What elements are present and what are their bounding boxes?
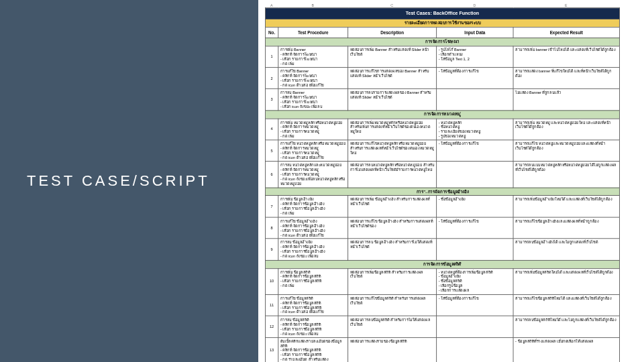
cell-desc: ทดสอบการเพิ่ม Banner สำหรับแสดงที่ Slide… — [348, 46, 437, 67]
cell-no: 2 — [265, 68, 278, 89]
cell-proc: การแก้ไข ข้อมูลสถิติ - คลิกที่ จัดการข้อ… — [278, 294, 348, 316]
cell-expect: สามารถลบข้อมูลสถิติใหม่ได้ และไม่ถูกแสดง… — [513, 316, 619, 337]
cell-input: - หมวดหมู่หลัก - ชื่อหมวดหมู่ - รายละเอี… — [437, 119, 513, 140]
col-A: A — [265, 4, 278, 7]
table-title: Test Cases: BackOffice Function — [265, 8, 619, 19]
cell-desc: ทดสอบการเพิ่มหมวดหมู่หลักหรือหมวดหมู่ย่อ… — [348, 119, 437, 140]
table-subtitle: รายละเอียดการทดสอบการใช้งานของระบบ — [265, 19, 619, 27]
cell-desc: ทดสอบการแสดงรายของข้อมูลสถิติ — [348, 337, 437, 362]
header-row: No. Test Procedure Description Input Dat… — [265, 27, 619, 38]
cell-input: - หมวดหมู่ที่ต้องการเพิ่มข้อมูลสถิติ - ข… — [437, 268, 513, 294]
col-C: C — [347, 4, 436, 7]
cell-desc: ทดสอบการแก้ไขข้อมูลสถิติ สำหรับการแสดงผล… — [348, 294, 437, 316]
cell-no: 12 — [265, 316, 278, 337]
table-row: 10 การเพิ่ม ข้อมูลสถิติ - คลิกที่ จัดการ… — [265, 268, 619, 294]
cell-no: 4 — [265, 119, 278, 140]
cell-input — [437, 162, 513, 188]
cell-proc: การแก้ไข ข้อมูลอ้างอิง - คลิกที่ จัดการข… — [278, 217, 348, 239]
cell-desc: ทดสอบการลบรายการแสดงผลของ Banner สำหรับแ… — [348, 89, 437, 111]
table-row: 6 การลบ หมวดหมู่หลักและหมวดหมู่ย่อย - คล… — [265, 162, 619, 188]
cell-no: 5 — [265, 140, 278, 162]
section-label: การจัดการข้อมูลสถิติ — [265, 260, 619, 268]
cell-proc: การลบ หมวดหมู่หลักและหมวดหมู่ย่อย - คลิก… — [278, 162, 348, 188]
section-statistics: การจัดการข้อมูลสถิติ — [265, 260, 619, 268]
right-panel: A B C D E Test Cases: BackOffice Functio… — [258, 0, 644, 362]
cell-expect: สามารถเพิ่ม banner เข้าไปใหม่ได้ และแสดง… — [513, 46, 619, 67]
section-label: การจัดการโฆษณา — [265, 38, 619, 46]
table-row: 4 การเพิ่ม หมวดหมู่หลักหรือหมวดหมู่ย่อย … — [265, 119, 619, 140]
col-D: D — [436, 4, 513, 7]
table-row: 2 การแก้ไข Banner - คลิกที่ จัดการโฆษณา … — [265, 68, 619, 89]
section-label: การ"..การจัดการข้อมูลอ้างอิง — [265, 188, 619, 196]
cell-proc: การเพิ่ม ข้อมูลอ้างอิง - คลิกที่ จัดการข… — [278, 196, 348, 217]
cell-expect: ไม่แสดง Banner ที่ถูกลบแล้ว — [513, 89, 619, 111]
cell-no: 6 — [265, 162, 278, 188]
cell-expect: สามารถแก้ไขข้อมูลสถิติใหม่ได้ และแสดงที่… — [513, 294, 619, 316]
cell-input — [437, 89, 513, 111]
cell-input — [437, 239, 513, 260]
cell-proc: การลบ Banner - คลิกที่ จัดการโฆษณา - เลื… — [278, 89, 348, 111]
cell-expect: สามารถลบข้อมูลอ้างอิงได้ และไม่ถูกแสดงที… — [513, 239, 619, 260]
cell-proc: การลบ ข้อมูลอ้างอิง - คลิกที่ จัดการข้อม… — [278, 239, 348, 260]
table-row: 5 การแก้ไข หมวดหมู่หลักหรือหมวดหมู่ย่อย … — [265, 140, 619, 162]
table-row: 3 การลบ Banner - คลิกที่ จัดการโฆษณา - เ… — [265, 89, 619, 111]
cell-proc: การแก้ไข หมวดหมู่หลักหรือหมวดหมู่ย่อย - … — [278, 140, 348, 162]
slide: TEST CASE/SCRIPT A B C D E Test Cases: B… — [0, 0, 644, 362]
column-letters: A B C D E — [265, 4, 643, 7]
table-row: 12 การลบ ข้อมูลสถิติ - คลิกที่ จัดการข้อ… — [265, 316, 619, 337]
cell-desc: ทดสอบการลบหมวดหมู่หลักหรือหมวดหมู่ย่อย ส… — [348, 162, 437, 188]
table-row: 7 การเพิ่ม ข้อมูลอ้างอิง - คลิกที่ จัดกา… — [265, 196, 619, 217]
cell-proc: การลบ ข้อมูลสถิติ - คลิกที่ จัดการข้อมูล… — [278, 316, 348, 337]
cell-desc: ทดสอบการเพิ่ม ข้อมูลอ้างอิง สำหรับการแสด… — [348, 196, 437, 217]
head-description: Description — [348, 27, 437, 38]
cell-input: - ใส่ข้อมูลที่ต้องการแก้ไข — [437, 68, 513, 89]
cell-input: - ใส่ข้อมูลที่ต้องการแก้ไข — [437, 217, 513, 239]
cell-no: 13 — [265, 337, 278, 362]
cell-proc: การเพิ่ม Banner - คลิกที่ จัดการโฆษณา - … — [278, 46, 348, 67]
cell-desc: ทดสอบการลบข้อมูลสถิติ สำหรับการไม่ให้แสด… — [348, 316, 437, 337]
cell-no: 8 — [265, 217, 278, 239]
left-panel: TEST CASE/SCRIPT — [0, 0, 258, 362]
cell-input: - ใส่ข้อมูลที่ต้องการแก้ไข — [437, 294, 513, 316]
col-B: B — [278, 4, 347, 7]
cell-proc: การเพิ่ม หมวดหมู่หลักหรือหมวดหมู่ย่อย - … — [278, 119, 348, 140]
cell-no: 9 — [265, 239, 278, 260]
cell-expect: สามารถแก้ไขข้อมูลอ้างอิงและแสดงผลที่หน้า… — [513, 217, 619, 239]
cell-proc: การแก้ไข Banner - คลิกที่ จัดการโฆษณา - … — [278, 68, 348, 89]
cell-input: - ใส่ข้อมูลที่ต้องการแก้ไข — [437, 140, 513, 162]
cell-expect: สามารถเพิ่มข้อมูลสถิตใหม่ได้ และแสดงผลที… — [513, 268, 619, 294]
cell-desc: ทดสอบการแก้ไขหมวดหมู่หลักหรือหมวดหมู่ย่อ… — [348, 140, 437, 162]
table-row: 9 การลบ ข้อมูลอ้างอิง - คลิกที่ จัดการข้… — [265, 239, 619, 260]
table-row: 8 การแก้ไข ข้อมูลอ้างอิง - คลิกที่ จัดกา… — [265, 217, 619, 239]
table-row: 11 การแก้ไข ข้อมูลสถิติ - คลิกที่ จัดการ… — [265, 294, 619, 316]
head-expected: Expected Result — [513, 27, 619, 38]
section-reference: การ"..การจัดการข้อมูลอ้างอิง — [265, 188, 619, 196]
cell-proc: ดับเบิ้ลคลิกแสดงรายละเอียดของข้อมูลสถิติ… — [278, 337, 348, 362]
cell-no: 11 — [265, 294, 278, 316]
cell-desc: ทดสอบการเพิ่มข้อมูลสถิติ สำหรับการแสดงผล… — [348, 268, 437, 294]
cell-desc: ทดสอบการลบ ข้อมูลอ้างอิง สำหรับการไม่ให้… — [348, 239, 437, 260]
col-E: E — [513, 4, 619, 7]
cell-input: - ชื่อข้อมูลอ้างอิง — [437, 196, 513, 217]
section-label: การจัดการหมวดหมู่ — [265, 111, 619, 119]
cell-desc: ทดสอบการแก้ไขการแสดงผลของ Banner สำหรับแ… — [348, 68, 437, 89]
cell-no: 3 — [265, 89, 278, 111]
title-row: Test Cases: BackOffice Function — [265, 8, 619, 19]
section-banner: การจัดการโฆษณา — [265, 38, 619, 46]
slide-title: TEST CASE/SCRIPT — [27, 172, 210, 190]
cell-expect: สามารถแสดง banner ที่แก้ไขใหม่ได้ และที่… — [513, 68, 619, 89]
head-no: No. — [265, 27, 278, 38]
cell-expect: - ข้อมูลสถิติที่ร่างแสดงผล เมื่อกดเลือกใ… — [513, 337, 619, 362]
testcase-table: Test Cases: BackOffice Function รายละเอี… — [265, 7, 620, 362]
cell-no: 10 — [265, 268, 278, 294]
subtitle-row: รายละเอียดการทดสอบการใช้งานของระบบ — [265, 19, 619, 27]
head-input: Input Data — [437, 27, 513, 38]
cell-expect: สามารถเพิ่มข้อมูลอ้างอิงใหม่ได้ และแสดงท… — [513, 196, 619, 217]
cell-expect: สามารถลบแบบหมวดหมู่หลักหรือหมวดหมู่ย่อยไ… — [513, 162, 619, 188]
spreadsheet: A B C D E Test Cases: BackOffice Functio… — [265, 4, 643, 362]
cell-no: 1 — [265, 46, 278, 67]
section-category: การจัดการหมวดหมู่ — [265, 111, 619, 119]
cell-proc: การเพิ่ม ข้อมูลสถิติ - คลิกที่ จัดการข้อ… — [278, 268, 348, 294]
cell-input: - รูปโลโก้ Banner - เลือกตำแหน่ง - ใส่ข้… — [437, 46, 513, 67]
table-row: 13 ดับเบิ้ลคลิกแสดงรายละเอียดของข้อมูลสถ… — [265, 337, 619, 362]
